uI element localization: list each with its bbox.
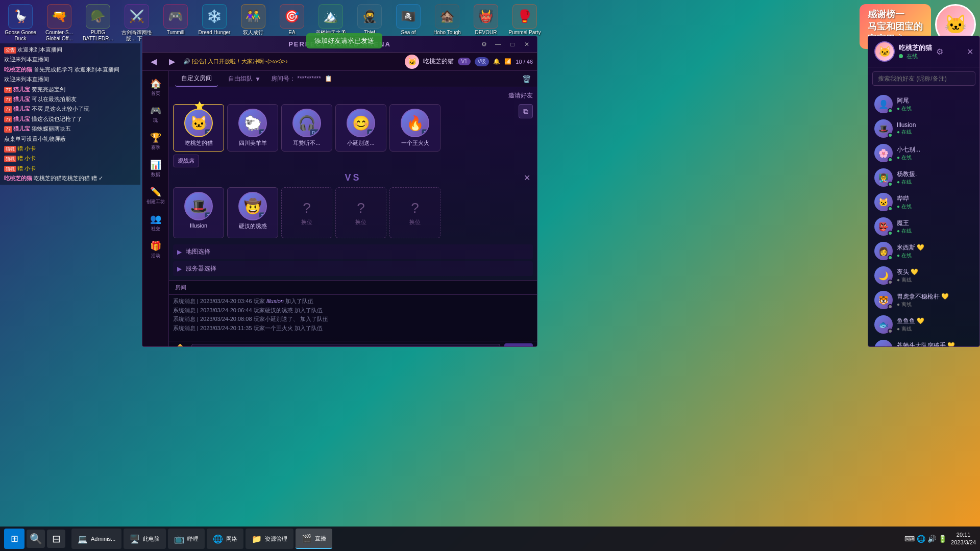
friend-item-10[interactable]: 🦟 苍蝇头大队突破手 💛 ● 离线 — [868, 337, 979, 346]
chat-input-row: 发送 — [169, 341, 537, 346]
taskbar-app-3[interactable]: 🌐 网络 — [207, 529, 243, 549]
chat-send-btn[interactable]: 发送 — [504, 343, 533, 346]
team1-row: ⭐ 🐱 D 吃桃芝的猫 🐑 D 四川美羊羊 🎧 D+ 耳赞听不... 😊 C 小… — [173, 104, 533, 152]
window-body: 🏠 首页 🎮 玩 🏆 赛季 📊 数据 ✏️ 创建工坊 👥 社交 — [142, 71, 537, 346]
chat-room-tab[interactable]: 房间 — [169, 281, 537, 295]
team1-player-2[interactable]: 🎧 D+ 耳赞听不... — [281, 104, 332, 152]
friend-status-9: ● 离线 — [897, 325, 973, 333]
friend-item-2[interactable]: 🌸 小七别... ● 在线 — [868, 141, 979, 165]
nav-forward-btn[interactable]: ▶ — [165, 55, 179, 69]
nav-player-count: 10 / 46 — [516, 59, 533, 65]
server-select-row[interactable]: ▶ 服务器选择 — [173, 261, 533, 276]
chat-badge: 猫狐 — [4, 156, 16, 162]
delete-room-btn[interactable]: 🗑️ — [522, 75, 531, 83]
sidebar-item-gift[interactable]: 🎁 活动 — [144, 237, 167, 262]
friend-status-3: ● 在线 — [897, 179, 973, 186]
taskbar-app-label-3: 网络 — [226, 535, 237, 543]
sidebar-item-trophy[interactable]: 🏆 赛季 — [144, 129, 167, 154]
chat-input[interactable] — [191, 344, 500, 347]
team2-empty-2[interactable]: ? 换位 — [281, 187, 332, 238]
taskbar-app-icon-5: 🎬 — [302, 534, 312, 543]
nav-back-btn[interactable]: ◀ — [146, 55, 161, 69]
chat-gift: 赠 小卡 — [17, 155, 36, 161]
2players-icon: 👫 — [241, 4, 265, 29]
chat-badge: 猫狐 — [4, 146, 16, 153]
settings-btn[interactable]: ⚙ — [478, 39, 490, 49]
team2-player-0[interactable]: 🎩 C Illusion — [173, 187, 224, 238]
taskbar-volume-icon[interactable]: 🔊 — [927, 535, 936, 543]
maximize-btn[interactable]: □ — [506, 39, 519, 49]
team1-player-1[interactable]: 🐑 D 四川美羊羊 — [227, 104, 278, 152]
friend-item-9[interactable]: 🐟 鱼鱼鱼 💛 ● 离线 — [868, 312, 979, 337]
taskbar-task-view[interactable]: ⊟ — [47, 530, 65, 548]
friends-close-btn[interactable]: ✕ — [967, 47, 973, 57]
taskbar-app-0[interactable]: 💻 Adminis... — [71, 529, 121, 549]
free-team-tab[interactable]: 自由组队 ▼ — [222, 71, 267, 86]
start-button[interactable]: ⊞ — [4, 529, 24, 549]
remove-team-btn[interactable]: ✕ — [521, 172, 533, 184]
chat-gift: 赠 小卡 — [17, 145, 36, 152]
friends-search-input[interactable] — [872, 71, 975, 86]
close-btn[interactable]: ✕ — [521, 39, 533, 49]
friend-item-5[interactable]: 👺 魔王 ● 在线 — [868, 214, 979, 239]
desktop-icon-pubg[interactable]: 🪖 PUBG BATTLEDR... — [80, 2, 116, 44]
friend-item-7[interactable]: 🌙 夜头 💛 ● 离线 — [868, 263, 979, 288]
team2-empty-3[interactable]: ? 换位 — [335, 187, 386, 238]
taskbar-app-5[interactable]: 🎬 直播 — [296, 529, 332, 549]
friend-avatar-0: 👤 — [874, 95, 893, 113]
sidebar-trophy-label: 赛季 — [151, 144, 160, 151]
chat-username: 猫儿宝 — [13, 106, 30, 112]
taskbar-app-1[interactable]: 🖥️ 此电脑 — [124, 529, 166, 549]
chat-diamond-icon[interactable] — [173, 344, 187, 347]
sidebar-item-create[interactable]: ✏️ 创建工坊 — [144, 183, 167, 208]
sidebar-item-home[interactable]: 🏠 首页 — [144, 75, 167, 100]
audience-btn[interactable]: 观战席 — [173, 155, 199, 167]
team2-player-1[interactable]: 🤠 C 硬汉的诱惑 — [227, 187, 278, 238]
friend-info-3: 杨教援. ● 在线 — [897, 170, 973, 186]
sidebar-item-data[interactable]: 📊 数据 — [144, 156, 167, 181]
team1-player-0[interactable]: 🐱 D 吃桃芝的猫 — [173, 104, 224, 152]
swap-label-2: 换位 — [301, 218, 312, 226]
map-select-row[interactable]: ▶ 地图选择 — [173, 244, 533, 259]
taskbar-keyboard-icon[interactable]: ⌨ — [904, 535, 915, 543]
friend-item-1[interactable]: 🎩 Illusion ● 在线 — [868, 116, 979, 141]
friend-item-0[interactable]: 👤 阿尾 ● 在线 — [868, 92, 979, 116]
friends-gear-icon[interactable]: ⚙ — [936, 47, 943, 57]
taskbar: ⊞ 🔍 ⊟ 💻 Adminis... 🖥️ 此电脑 📺 哔哩 🌐 网络 📁 资源… — [0, 527, 980, 551]
nav-signal-icon: 📶 — [504, 58, 511, 65]
sidebar-item-social[interactable]: 👥 社交 — [144, 210, 167, 235]
taskbar-network-icon[interactable]: 🌐 — [917, 535, 925, 543]
friend-info-6: 米西斯 💛 ● 在线 — [897, 243, 973, 259]
custom-room-tab[interactable]: 自定义房间 — [175, 71, 218, 87]
friend-item-3[interactable]: 👨‍🏫 杨教援. ● 在线 — [868, 165, 979, 190]
nav-bell-icon[interactable]: 🔔 — [493, 58, 500, 65]
team1-player-3[interactable]: 😊 C 小延别送... — [335, 104, 386, 152]
empty-slot-icon-2: ? — [303, 200, 311, 216]
player2-avatar-1: 🤠 C — [238, 192, 267, 220]
team-copy-btn[interactable]: ⧉ — [519, 104, 533, 118]
devour-icon: 👹 — [474, 4, 498, 29]
team1-player-4[interactable]: 🔥 ? 一个王火火 — [389, 104, 440, 152]
stream-chat: 公告欢迎来到本直播间欢迎来到本直播间吃桃芝的猫 首先完成把学习 欢迎来到本直播间… — [2, 45, 138, 183]
friend-avatar-8: 🐯 — [874, 291, 893, 309]
sidebar-item-play[interactable]: 🎮 玩 — [144, 102, 167, 127]
desktop-icon-csgo[interactable]: 🔫 Counter-S... Global Off... — [41, 2, 78, 44]
taskbar-app-2[interactable]: 📺 哔哩 — [168, 529, 205, 549]
friend-item-6[interactable]: 👩 米西斯 💛 ● 在线 — [868, 239, 979, 263]
hobo-icon: 🏚️ — [435, 4, 459, 29]
minimize-btn[interactable]: — — [492, 39, 504, 49]
taskbar-clock[interactable]: 20:11 2023/3/24 — [951, 531, 976, 547]
stream-msg-6: 77猫儿宝 不买 是这么比较小了玩 — [2, 105, 138, 113]
play-icon: 🎮 — [150, 105, 161, 116]
copy-icon[interactable]: 📋 — [325, 75, 332, 82]
status-dot-8 — [888, 304, 893, 309]
desktop-icon-goose[interactable]: 🪿 Goose Goose Duck — [2, 2, 39, 44]
friend-item-4[interactable]: 🐱 哔哔 ● 在线 — [868, 190, 979, 214]
invite-friends-btn[interactable]: 邀请好友 — [508, 91, 533, 100]
team2-empty-4[interactable]: ? 换位 — [389, 187, 440, 238]
taskbar-app-4[interactable]: 📁 资源管理 — [246, 529, 293, 549]
status-dot-3 — [888, 182, 893, 187]
role-badge-4: ? — [422, 129, 428, 136]
taskbar-search[interactable]: 🔍 — [27, 530, 45, 548]
friend-item-8[interactable]: 🐯 胃虎拿不稳枪杆 💛 ● 离线 — [868, 288, 979, 312]
